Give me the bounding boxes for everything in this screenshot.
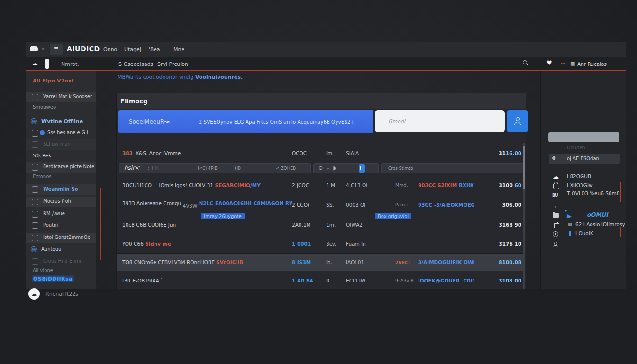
footer-user-label[interactable]: Rnonal It22s bbox=[46, 291, 78, 297]
navbar: ☁ Nmrot. S Oseoelsads Srvi Prculon ♥ ∾ ▦… bbox=[26, 57, 626, 71]
breadcrumb-bold[interactable]: Voolnuivounres. bbox=[195, 74, 243, 80]
shield-w-icon: Ⓦ bbox=[31, 118, 37, 126]
table-row[interactable]: 3933 Aoiereane Cronqu 4V3W N2LC EA00AC46… bbox=[117, 194, 524, 215]
menu-item-3[interactable]: '8ea bbox=[149, 46, 160, 53]
row-qty: 2.JCOC bbox=[292, 182, 326, 188]
sidebar-item-istol[interactable]: Istol Gonst2mmnOel bbox=[26, 233, 96, 243]
right-search-bar[interactable] bbox=[548, 132, 619, 142]
sidebar-item-mocrus[interactable]: Mocrus froh bbox=[26, 197, 96, 207]
row-amount: 8100.08 bbox=[474, 259, 521, 265]
sidebar-item-rmwue[interactable]: RM /.wue bbox=[26, 209, 96, 219]
banner-message: 2 SVEEOynov ELG Apa Frtcs OmS un lo Acqu… bbox=[118, 119, 373, 125]
sidebar-item-sss[interactable]: Sss hes ane e.G.l bbox=[26, 128, 96, 138]
sidebar-item-highlighted[interactable]: OS8iDDIIKsa bbox=[32, 275, 74, 282]
toolbar-segment-filter[interactable]: Cros Stimtb bbox=[381, 163, 525, 173]
cloud-icon[interactable]: ☁ bbox=[553, 173, 559, 180]
menu-item-1[interactable]: Onno bbox=[103, 46, 117, 53]
toolbar-label-1[interactable]: I<CI 4PIB bbox=[198, 166, 218, 171]
hamburger-menu-icon[interactable]: ≡ bbox=[50, 44, 63, 55]
right-list-item[interactable]: I OuoiK bbox=[575, 230, 593, 236]
table-row[interactable]: YO0 C66 6Idnv me 1 0001 3cv. Fuam In 317… bbox=[117, 234, 524, 253]
row-amount: 306.00 bbox=[474, 202, 521, 208]
workspace-label[interactable]: Nmrot. bbox=[61, 61, 79, 67]
blue-toggle[interactable] bbox=[359, 164, 365, 173]
clock-icon[interactable] bbox=[553, 231, 558, 237]
grid-cell-icon bbox=[32, 130, 38, 136]
play-icon[interactable]: ▶ bbox=[567, 212, 572, 219]
right-faint-label: Houden bbox=[567, 145, 585, 150]
right-list-item[interactable]: I XIIO3GIw bbox=[567, 182, 593, 188]
row-qty: 2 CCO( bbox=[292, 202, 326, 208]
doc-icon bbox=[32, 211, 38, 218]
heart-icon[interactable]: ♥ bbox=[546, 59, 552, 66]
nav-tab-downloads[interactable]: S Oseoelsads bbox=[118, 61, 153, 67]
table-row-highlighted[interactable]: TO8 CNOro6e CEBVI V3M ROnr.HOBE SVrOICII… bbox=[117, 253, 524, 271]
menu-item-2[interactable]: Utagej bbox=[124, 46, 141, 53]
promo-banner[interactable]: SoeeiMeeuR↝ 2 SVEEOynov ELG Apa Frtcs Om… bbox=[118, 110, 373, 133]
right-list-item-blue[interactable]: oOMUI bbox=[587, 211, 608, 218]
sidebar-item-varrel[interactable]: Varrel Mat k Soooser bbox=[26, 92, 96, 102]
person-icon[interactable] bbox=[553, 242, 558, 247]
bu-badge-icon[interactable]: BU bbox=[552, 193, 558, 198]
breadcrumb[interactable]: MBWa lts coot odoonbr vnelg Voolnuivounr… bbox=[118, 74, 243, 80]
scrollbar-thumb[interactable] bbox=[523, 146, 525, 189]
logo-mark-icon bbox=[30, 46, 38, 51]
sidebar-item-weanmlin[interactable]: Weanmlin So bbox=[26, 184, 96, 195]
row-qty: 8 IS3M bbox=[292, 259, 326, 265]
row-date: SIAIA bbox=[346, 150, 395, 156]
frames-icon[interactable] bbox=[553, 222, 558, 227]
sidebar-item-disabled[interactable]: SLI pw man bbox=[26, 139, 96, 150]
right-list-item[interactable]: I 82OGUB bbox=[567, 173, 591, 179]
search-icon[interactable] bbox=[523, 60, 528, 66]
sidebar-section-title-2: Ecronos bbox=[33, 174, 52, 179]
blue-square-icon bbox=[569, 231, 571, 236]
folder-icon[interactable] bbox=[553, 213, 559, 218]
submit-button[interactable] bbox=[507, 110, 528, 132]
panel-header: Flimocg bbox=[117, 93, 526, 109]
table-row[interactable]: 383X&S. Anoc IVmme OCOC Im. SIAIA 3116.0… bbox=[117, 143, 524, 163]
basket-icon[interactable] bbox=[553, 184, 559, 189]
row-qty: OCOC bbox=[292, 150, 326, 156]
top-menubar: ▸ ≡ AIUDICD Onno Utagej '8ea Mne bbox=[26, 42, 626, 57]
right-list-item[interactable]: T OVI 03 %eu6 S0m8 bbox=[567, 191, 620, 196]
table-row[interactable]: 3OCU1I1CO = IOmls Iggs! CUOLV 31 SEGARCI… bbox=[117, 176, 524, 194]
right-list-item[interactable]: 62 I Aosio IOIlmrdsy bbox=[575, 221, 625, 227]
sidebar-item-auntquu[interactable]: Ⓦ Auntquu bbox=[26, 245, 96, 255]
table-row[interactable]: 10c8 C6B CUOI6E Jun 2A0.1M 1m. OIWA2 316… bbox=[117, 215, 524, 234]
squiggle-icon[interactable]: ∾ bbox=[561, 60, 565, 67]
row-qty: 1 0001 bbox=[292, 241, 326, 246]
sidebar-item-rek[interactable]: S% Rek bbox=[26, 151, 96, 161]
search-input[interactable] bbox=[375, 110, 505, 132]
menu-item-4[interactable]: Mne bbox=[173, 46, 184, 53]
panel-title: Flimocg bbox=[120, 98, 147, 105]
sidebar-item-notes[interactable]: Ferdtcarve picte Notes bbox=[26, 162, 96, 173]
person-icon bbox=[514, 117, 521, 125]
toolbar-segment-view[interactable]: ⊙⌄◗ bbox=[313, 163, 379, 173]
circled-w-icon: Ⓦ bbox=[31, 246, 37, 254]
row-amount: 3108.00 bbox=[474, 278, 521, 283]
pill-indicator bbox=[46, 59, 49, 69]
sidebar-item-croos[interactable]: Croos Hnd Enmn bbox=[26, 256, 96, 267]
view-icons[interactable]: ⊙⌄◗ bbox=[318, 165, 338, 171]
toolbar-label-2[interactable]: < ZOHEB bbox=[276, 166, 296, 171]
row-qty: 2A0.1M bbox=[292, 222, 326, 228]
globe-icon[interactable]: (⊕ bbox=[235, 165, 241, 171]
user-avatar[interactable]: ☁ bbox=[28, 288, 40, 300]
document-icon bbox=[32, 94, 38, 100]
grid-icon: ▦ bbox=[570, 61, 575, 67]
red-accent-line bbox=[100, 188, 101, 260]
chevron-down-icon[interactable]: ▾ bbox=[555, 205, 556, 209]
gray-square-icon bbox=[568, 223, 572, 226]
table-row[interactable]: t3R E-O8 I9IAA ` 1 A0 84 R.. ECCI IW 9sA… bbox=[117, 271, 524, 290]
stamp-icon[interactable]: : I ≋ bbox=[148, 165, 159, 171]
app-logo: AIUDICD bbox=[67, 45, 100, 53]
nav-tab-provision[interactable]: Srvi Prculon bbox=[157, 61, 188, 67]
sidebar-item-offline[interactable]: Ⓦ Wvtlne Offline bbox=[26, 117, 96, 127]
sidebar-item-poutni[interactable]: Poutni bbox=[26, 220, 96, 231]
doc-icon bbox=[32, 235, 38, 241]
cloud-icon: ☁ bbox=[32, 60, 38, 67]
sidebar-item-subtext: Smouweo bbox=[33, 104, 56, 109]
apps-button[interactable]: Anr Rucalos bbox=[577, 61, 607, 67]
toolbar-segment-tools[interactable]: hsir< : I ≋ I<CI 4PIB (⊕ < ZOHEB bbox=[119, 163, 311, 173]
row-unit: Im. bbox=[326, 150, 346, 156]
